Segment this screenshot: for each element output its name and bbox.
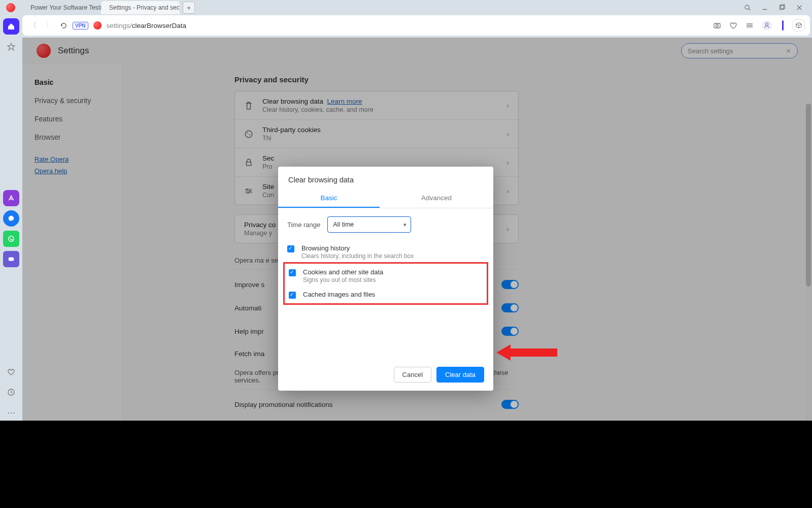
checkbox-cookies[interactable]: Cookies and other site dataSigns you out… xyxy=(285,265,487,287)
close-window-icon[interactable] xyxy=(796,4,803,11)
dialog-title: Clear browsing data xyxy=(278,167,493,189)
svg-point-20 xyxy=(247,132,248,133)
profile-icon[interactable] xyxy=(762,20,772,30)
checkbox-icon[interactable] xyxy=(289,269,296,276)
svg-rect-22 xyxy=(247,162,251,165)
minimize-icon[interactable] xyxy=(761,4,768,11)
settings-side-nav: Basic Privacy & security Features Browse… xyxy=(22,64,123,421)
titlebar: Power Your Software Testi Settings - Pri… xyxy=(0,0,812,15)
checkbox-icon[interactable] xyxy=(289,292,296,299)
chevron-right-icon: › xyxy=(506,102,509,110)
time-range-label: Time range xyxy=(287,221,320,229)
settings-content: Settings Search settings ✕ Basic Privacy… xyxy=(22,38,812,421)
nav-basic[interactable]: Basic xyxy=(35,73,122,91)
chevron-right-icon: › xyxy=(506,130,509,138)
highlight-box: Cookies and other site dataSigns you out… xyxy=(283,262,488,305)
toggle-switch-icon xyxy=(501,280,519,289)
svg-marker-29 xyxy=(496,344,557,361)
svg-point-28 xyxy=(247,192,249,193)
svg-point-3 xyxy=(745,5,749,9)
trash-icon xyxy=(244,101,254,110)
settings-header: Settings Search settings ✕ xyxy=(22,38,812,64)
clear-data-button[interactable]: Clear data xyxy=(436,367,484,383)
messenger-app-icon[interactable] xyxy=(3,210,19,227)
extensions-icon[interactable] xyxy=(793,19,805,31)
scrollbar[interactable] xyxy=(805,104,811,421)
heart-icon[interactable] xyxy=(3,364,19,380)
accent-pipe xyxy=(782,20,784,30)
clear-search-icon[interactable]: ✕ xyxy=(786,47,791,55)
history-icon[interactable] xyxy=(3,384,19,400)
opera-logo-icon xyxy=(37,44,51,58)
opera-window: Power Your Software Testi Settings - Pri… xyxy=(0,0,812,421)
svg-point-14 xyxy=(716,24,719,27)
aria-app-icon[interactable] xyxy=(3,190,19,206)
checkbox-browsing-history[interactable]: Browsing historyClears history, includin… xyxy=(287,241,484,263)
nav-features[interactable]: Features xyxy=(35,110,122,128)
opera-help-link[interactable]: Opera help xyxy=(35,167,122,175)
svg-rect-11 xyxy=(9,258,14,261)
nav-browser[interactable]: Browser xyxy=(35,128,122,146)
chevron-right-icon: › xyxy=(506,225,509,233)
checkbox-cached[interactable]: Cached images and files xyxy=(285,287,487,302)
home-button[interactable] xyxy=(3,18,19,35)
tab-advanced[interactable]: Advanced xyxy=(380,189,493,208)
cancel-button[interactable]: Cancel xyxy=(394,367,431,383)
easy-setup-icon[interactable] xyxy=(746,21,754,29)
search-tabs-icon[interactable] xyxy=(744,4,751,11)
learn-more-link[interactable]: Learn more xyxy=(327,98,362,105)
opera-menu-icon[interactable] xyxy=(6,3,15,12)
tab-1[interactable]: Power Your Software Testi xyxy=(22,1,101,14)
checkbox-icon[interactable] xyxy=(287,245,294,252)
svg-rect-13 xyxy=(714,23,720,28)
sliders-icon xyxy=(244,186,254,196)
tab-2-active[interactable]: Settings - Privacy and sec ✕ xyxy=(101,1,180,14)
search-settings-input[interactable]: Search settings ✕ xyxy=(681,43,798,58)
discord-app-icon[interactable] xyxy=(3,251,19,267)
svg-point-19 xyxy=(245,131,252,138)
whatsapp-app-icon[interactable] xyxy=(3,231,19,247)
new-tab-button[interactable]: + xyxy=(183,2,195,14)
time-range-select[interactable]: All time xyxy=(327,216,411,233)
lock-icon xyxy=(244,158,254,167)
chevron-right-icon: › xyxy=(506,187,509,195)
toggle-switch-icon xyxy=(501,303,519,312)
address-bar: 〈 〉 VPN settings/clearBrowserData xyxy=(22,15,810,36)
opera-site-icon xyxy=(93,21,101,29)
sidebar-rail: ⋯ xyxy=(0,15,22,421)
more-icon[interactable]: ⋯ xyxy=(3,404,19,421)
section-privacy-title: Privacy and security xyxy=(234,75,812,84)
clear-browsing-row[interactable]: Clear browsing data Learn more Clear his… xyxy=(235,91,518,120)
toggle-promo-notif[interactable]: Display promotional notifications xyxy=(234,393,519,416)
third-party-row[interactable]: Third-party cookiesThi › xyxy=(235,120,518,148)
window-controls xyxy=(744,4,809,11)
svg-rect-6 xyxy=(780,6,784,10)
tab-title: Settings - Privacy and sec xyxy=(109,4,180,11)
svg-point-26 xyxy=(246,188,248,189)
vpn-badge[interactable]: VPN xyxy=(73,22,88,29)
url-text[interactable]: settings/clearBrowserData xyxy=(107,22,708,29)
chevron-right-icon: › xyxy=(506,158,509,167)
svg-point-10 xyxy=(9,236,14,242)
clear-browsing-dialog: Clear browsing data Basic Advanced Time … xyxy=(278,167,493,391)
cookie-icon xyxy=(244,130,254,139)
tab-title: Power Your Software Testi xyxy=(30,4,101,11)
svg-point-27 xyxy=(249,190,251,192)
snapshot-icon[interactable] xyxy=(713,21,721,29)
pinboard-icon[interactable] xyxy=(3,39,19,55)
rate-opera-link[interactable]: Rate Opera xyxy=(35,155,122,163)
back-icon[interactable]: 〈 xyxy=(27,21,39,30)
svg-line-4 xyxy=(749,9,750,10)
heart-addr-icon[interactable] xyxy=(729,21,737,29)
toggle-switch-icon xyxy=(501,400,519,409)
toggle-promo-speed[interactable]: Receive promotional Speed Dials, bookmar… xyxy=(234,416,519,421)
nav-privacy[interactable]: Privacy & security xyxy=(35,91,122,110)
reload-icon[interactable] xyxy=(60,22,67,29)
forward-icon: 〉 xyxy=(44,21,55,30)
page-title: Settings xyxy=(58,46,89,56)
dialog-tabs: Basic Advanced xyxy=(278,189,493,208)
tab-basic[interactable]: Basic xyxy=(278,189,380,208)
maximize-icon[interactable] xyxy=(779,4,786,11)
toggle-switch-icon xyxy=(501,327,519,336)
annotation-arrow-icon xyxy=(496,344,557,361)
